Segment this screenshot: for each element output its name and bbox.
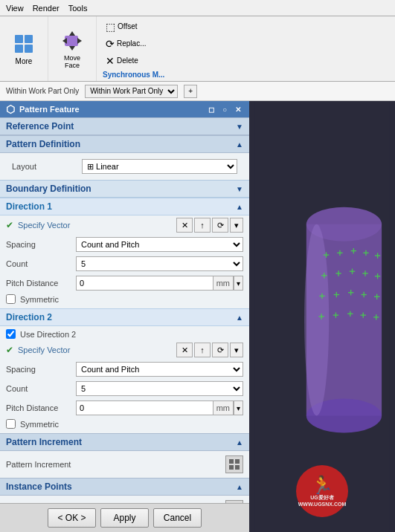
direction1-vector-dropdown[interactable]: ▾: [230, 218, 243, 233]
direction1-count-row: Count 5 1234 678: [0, 254, 249, 273]
ok-button[interactable]: < OK >: [48, 508, 96, 528]
svg-rect-2: [15, 45, 23, 53]
delete-label: Delete: [117, 56, 138, 65]
direction2-content: Use Direction 2 ✔ Specify Vector ✕ ↑ ⟳ ▾…: [0, 326, 249, 433]
direction2-vector-buttons: ✕ ↑ ⟳ ▾: [176, 343, 243, 357]
direction1-label: Direction 1: [6, 201, 52, 212]
direction2-count-label: Count: [6, 384, 73, 393]
watermark-figure: 🏃: [311, 476, 333, 494]
main-content: ⬡ Pattern Feature ◻ ○ ✕ Reference Point …: [0, 101, 395, 532]
ribbon-more-section: More: [0, 16, 48, 81]
dialog-title-controls: ◻ ○ ✕: [206, 104, 243, 114]
dialog-minimize-button[interactable]: ○: [219, 104, 230, 114]
pattern-increment-header[interactable]: Pattern Increment ▲: [0, 433, 249, 451]
direction2-pitch-unit-dropdown[interactable]: ▾: [234, 400, 243, 415]
menu-bar: View Render Tools: [0, 0, 395, 16]
ribbon-move-face-section: Move Face: [48, 16, 97, 81]
direction2-use-checkbox[interactable]: [6, 329, 16, 339]
dialog-buttons: < OK > Apply Cancel: [0, 503, 249, 532]
dialog-pin-button[interactable]: ◻: [206, 104, 216, 114]
replace-label: Replac...: [117, 39, 146, 48]
apply-button[interactable]: Apply: [100, 508, 149, 528]
menu-tools[interactable]: Tools: [68, 4, 88, 13]
pattern-increment-field-label: Pattern Increment: [6, 460, 71, 469]
reference-point-header[interactable]: Reference Point ▼: [0, 117, 249, 135]
dialog-body: Reference Point ▼ Pattern Definition ▲ L…: [0, 117, 249, 503]
direction1-chevron: ▲: [236, 203, 243, 211]
menu-render[interactable]: Render: [33, 4, 60, 13]
direction2-symmetric-checkbox[interactable]: [6, 419, 16, 429]
direction2-pitch-unit: mm: [213, 400, 234, 415]
svg-rect-0: [15, 35, 23, 43]
direction1-content: ✔ Specify Vector ✕ ↑ ⟳ ▾ Spacing Count a…: [0, 215, 249, 308]
direction1-pitch-unit: mm: [213, 276, 234, 291]
move-face-button[interactable]: Move Face: [54, 27, 90, 71]
direction2-header[interactable]: Direction 2 ▲: [0, 308, 249, 326]
direction2-pitch-row: Pitch Distance mm ▾: [0, 398, 249, 418]
pattern-definition-header[interactable]: Pattern Definition ▲: [0, 135, 249, 153]
ribbon-right-section: ⬚ Offset ⟳ Replac... ✕ Delete Synchronou…: [97, 16, 176, 81]
dialog-close-button[interactable]: ✕: [233, 104, 243, 114]
direction1-spacing-select[interactable]: Count and Pitch Count and Span Pitch Onl…: [76, 237, 243, 252]
offset-button[interactable]: ⬚ Offset: [103, 19, 170, 34]
pattern-increment-label: Pattern Increment: [6, 437, 82, 447]
direction2-vector-btn2[interactable]: ↑: [194, 343, 211, 357]
svg-rect-10: [235, 459, 240, 464]
direction1-vector-btn3[interactable]: ⟳: [212, 218, 228, 233]
direction1-spacing-row: Spacing Count and Pitch Count and Span P…: [0, 235, 249, 254]
pattern-increment-button[interactable]: [225, 455, 243, 473]
svg-rect-9: [229, 459, 234, 464]
instance-points-content: Specify Point (0) ⊕: [0, 496, 249, 503]
menu-view[interactable]: View: [6, 4, 24, 13]
instance-points-chevron: ▲: [236, 483, 243, 491]
pattern-definition-label: Pattern Definition: [6, 139, 80, 149]
watermark: 🏃 UG爱好者 WWW.UGSNX.COM: [296, 465, 348, 517]
layout-label: Layout: [12, 162, 79, 171]
direction2-symmetric-label: Symmetric: [20, 420, 59, 429]
add-button[interactable]: +: [184, 85, 197, 98]
direction2-vector-label: Specify Vector: [18, 346, 173, 354]
direction2-pitch-input[interactable]: [76, 400, 213, 415]
direction1-vector-btn1[interactable]: ✕: [176, 218, 193, 233]
direction2-vector-btn3[interactable]: ⟳: [212, 343, 228, 357]
offset-icon: ⬚: [106, 21, 115, 33]
boundary-definition-header[interactable]: Boundary Definition ▼: [0, 180, 249, 198]
dialog-panel: ⬡ Pattern Feature ◻ ○ ✕ Reference Point …: [0, 101, 249, 532]
svg-marker-8: [77, 38, 82, 44]
direction1-count-select[interactable]: 5 1234 678: [76, 256, 243, 271]
cancel-button[interactable]: Cancel: [153, 508, 202, 528]
ribbon: More Move Face ⬚ Offset ⟳ Replac...: [0, 16, 395, 82]
pattern-definition-chevron: ▲: [236, 140, 243, 149]
svg-rect-12: [235, 465, 240, 470]
direction1-header[interactable]: Direction 1 ▲: [0, 198, 249, 215]
direction2-vector-dropdown[interactable]: ▾: [230, 343, 243, 357]
direction2-use-row: Use Direction 2: [0, 326, 249, 340]
replace-button[interactable]: ⟳ Replac...: [103, 36, 170, 51]
direction1-vector-buttons: ✕ ↑ ⟳ ▾: [176, 218, 243, 233]
watermark-text2: WWW.UGSNX.COM: [298, 502, 347, 507]
within-dropdown[interactable]: Within Work Part Only: [85, 85, 178, 98]
delete-button[interactable]: ✕ Delete: [103, 53, 170, 68]
direction1-pitch-input-group: mm ▾: [76, 276, 243, 291]
reference-point-chevron: ▼: [236, 123, 243, 131]
direction1-pitch-label: Pitch Distance: [6, 279, 73, 288]
direction1-pitch-input[interactable]: [76, 276, 213, 291]
direction2-count-select[interactable]: 5 123: [76, 381, 243, 396]
direction2-spacing-select[interactable]: Count and Pitch Count and Span Pitch Onl…: [76, 362, 243, 377]
layout-select[interactable]: ⊞ Linear Circular Along Curve: [82, 159, 237, 174]
direction1-pitch-unit-dropdown[interactable]: ▾: [234, 276, 243, 291]
watermark-text1: UG爱好者: [310, 494, 334, 502]
direction2-pitch-input-group: mm ▾: [76, 400, 243, 415]
svg-point-17: [304, 224, 329, 416]
more-button[interactable]: More: [6, 27, 42, 71]
direction2-vector-row: ✔ Specify Vector ✕ ↑ ⟳ ▾: [0, 340, 249, 360]
direction1-check-icon: ✔: [6, 220, 13, 230]
within-label: Within Work Part Only: [6, 87, 79, 95]
direction1-vector-btn2[interactable]: ↑: [194, 218, 211, 233]
svg-rect-3: [25, 45, 33, 53]
instance-points-header[interactable]: Instance Points ▲: [0, 478, 249, 496]
direction2-vector-btn1[interactable]: ✕: [176, 343, 193, 357]
direction1-vector-label: Specify Vector: [18, 221, 173, 230]
direction1-symmetric-checkbox[interactable]: [6, 294, 16, 304]
search-bar: Within Work Part Only Within Work Part O…: [0, 82, 395, 101]
